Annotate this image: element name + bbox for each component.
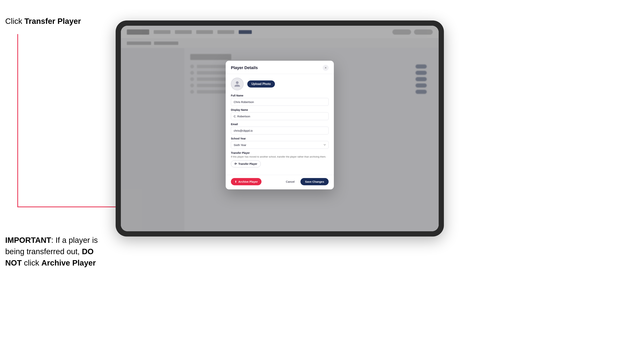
full-name-input[interactable] (231, 98, 328, 106)
footer-right-buttons: Cancel Save Changes (283, 178, 328, 185)
display-name-input[interactable] (231, 112, 328, 120)
photo-row: Upload Photo (231, 78, 328, 90)
save-changes-button[interactable]: Save Changes (300, 178, 328, 185)
player-details-modal: Player Details × Upload Photo (226, 61, 334, 189)
archive-icon: ⬆ (234, 180, 237, 183)
archive-player-button[interactable]: ⬆ Archive Player (231, 178, 262, 185)
cancel-button[interactable]: Cancel (283, 178, 298, 185)
full-name-label: Full Name (231, 94, 328, 97)
transfer-section-label: Transfer Player (231, 151, 328, 154)
transfer-btn-label: Transfer Player (238, 162, 257, 165)
display-name-label: Display Name (231, 108, 328, 111)
modal-close-button[interactable]: × (323, 65, 328, 71)
modal-footer: ⬆ Archive Player Cancel Save Changes (226, 175, 334, 189)
instruction-bottom: IMPORTANT: If a player is being transfer… (5, 235, 110, 269)
modal-body: Upload Photo Full Name Display Name (226, 74, 334, 175)
school-year-label: School Year (231, 137, 328, 140)
archive-btn-label: Archive Player (238, 180, 258, 183)
instruction-prefix: Click (5, 17, 24, 25)
important-label: IMPORTANT (5, 236, 51, 244)
email-label: Email (231, 123, 328, 126)
tablet-device: Player Details × Upload Photo (116, 20, 444, 236)
app-background: Player Details × Upload Photo (121, 26, 439, 231)
email-input[interactable] (231, 127, 328, 135)
transfer-icon: ⟳ (234, 162, 237, 166)
full-name-group: Full Name (231, 94, 328, 106)
modal-title: Player Details (231, 65, 258, 70)
upload-photo-button[interactable]: Upload Photo (247, 80, 275, 88)
email-group: Email (231, 123, 328, 135)
photo-placeholder (231, 78, 244, 90)
instruction-top: Click Transfer Player (5, 17, 81, 26)
transfer-section-description: If this player has moved to another scho… (231, 155, 328, 159)
school-year-select[interactable]: First Year Second Year Third Year Fourth… (231, 141, 328, 149)
user-avatar-icon (234, 81, 240, 87)
modal-header: Player Details × (226, 61, 334, 74)
archive-player-label: Archive Player (42, 258, 96, 267)
tablet-screen: Player Details × Upload Photo (121, 26, 439, 231)
display-name-group: Display Name (231, 108, 328, 120)
transfer-player-section: Transfer Player If this player has moved… (231, 151, 328, 168)
transfer-player-button[interactable]: ⟳ Transfer Player (231, 160, 261, 168)
school-year-group: School Year First Year Second Year Third… (231, 137, 328, 149)
instruction-suffix2: click (22, 258, 42, 267)
arrow-vertical-line (17, 34, 18, 207)
instruction-bold: Transfer Player (24, 17, 81, 25)
